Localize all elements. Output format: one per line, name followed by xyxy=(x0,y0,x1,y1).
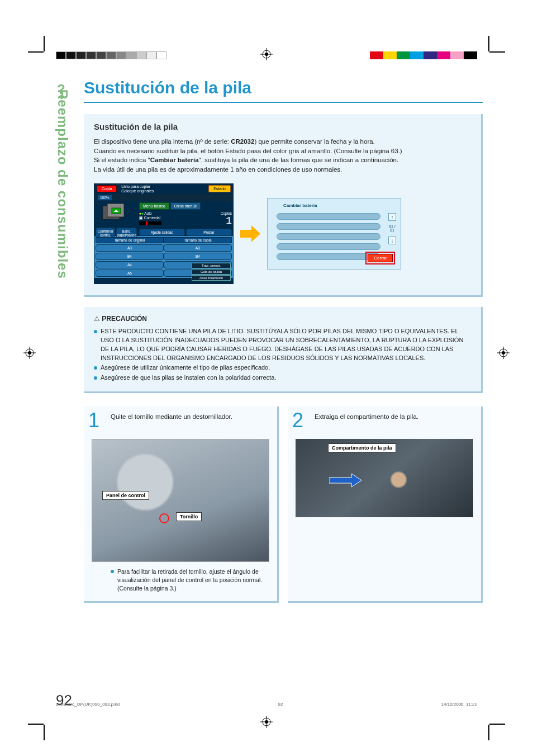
screw-label: Tornillo xyxy=(176,512,202,521)
probar-button: Probar xyxy=(186,229,232,236)
caution-item: Asegúrese de que las pilas se instalen c… xyxy=(94,374,471,382)
step2-photo: Compartimento de la pila xyxy=(296,439,473,517)
intro-paragraph: El dispositivo tiene una pila interna (n… xyxy=(94,137,471,174)
panel-label: Panel de control xyxy=(102,491,149,500)
step1-photo: Panel de control Tornillo xyxy=(92,439,269,562)
zoom-label: 100% xyxy=(97,195,112,201)
aviso-button: Aviso finalización xyxy=(192,275,231,281)
title-underline xyxy=(84,102,483,103)
arrow-down-icon: ↓ xyxy=(388,237,396,244)
cropmark xyxy=(488,36,489,51)
intro-text: ", sustituya la pila de una de las forma… xyxy=(199,157,399,163)
caution-box: PRECAUCIÓN ESTE PRODUCTO CONTIENE UNA PI… xyxy=(84,307,483,394)
ready-label: Listo para copiarColoque originales xyxy=(121,185,208,193)
arrow-right-icon xyxy=(240,225,260,242)
page-counter: 01 / 01 xyxy=(387,224,397,232)
cropmark xyxy=(28,51,44,53)
screenshot-row: Copia Listo para copiarColoque originale… xyxy=(94,183,471,284)
size-button: B4 xyxy=(96,253,164,260)
auto-label: Auto xyxy=(144,211,151,215)
ajuste-button: Ajuste calidad xyxy=(139,229,185,236)
registration-mark-icon xyxy=(260,716,273,728)
extract-arrow-icon xyxy=(329,469,363,492)
size-button: B4 xyxy=(164,253,232,260)
caution-item: ESTE PRODUCTO CONTIENE UNA PILA DE LITIO… xyxy=(94,327,471,363)
intro-text: El dispositivo tiene una pila interna (n… xyxy=(94,138,231,145)
copies-count: 1 xyxy=(221,215,232,226)
intro-box: Sustitución de la pila El dispositivo ti… xyxy=(84,114,483,297)
estado-button: Estado xyxy=(208,185,231,192)
step-2: 2 Extraiga el compartimento de la pila. … xyxy=(288,407,483,603)
list-line xyxy=(277,213,380,220)
step-number: 2 xyxy=(292,409,303,432)
comercial-label: Comercial xyxy=(144,216,160,220)
status-screen: Cambiar batería ↑ 01 / 01 ↓ Cerrar xyxy=(267,198,401,270)
step-note: Para facilitar la retirada del tornillo,… xyxy=(92,568,269,592)
size-button: A4 xyxy=(96,261,164,268)
cropmark xyxy=(44,725,45,740)
arrow-up-icon: ↑ xyxy=(388,213,396,221)
intro-text: La vida útil de una pila es de aproximad… xyxy=(94,166,342,173)
footer-date: 14/12/2006, 11:21 xyxy=(441,702,477,707)
registration-mark-icon xyxy=(23,347,36,359)
cropmark xyxy=(488,725,489,740)
list-line xyxy=(277,233,380,240)
caution-item: Asegúrese de utilizar únicamente el tipo… xyxy=(94,363,471,372)
intro-text: Cuando es necesario sustituir la pila, e… xyxy=(94,148,402,154)
footer-filename: 009Basic_OP(UK)090_093.pmd xyxy=(56,702,120,707)
list-line xyxy=(277,223,380,230)
trab-button: Trab. preest. xyxy=(192,263,231,268)
cropmark xyxy=(489,51,505,53)
status-message: Cambiar batería xyxy=(150,157,199,163)
footer-page: 92 xyxy=(278,702,283,707)
list-line xyxy=(277,253,380,260)
compartment-label: Compartimento de la pila xyxy=(328,443,396,452)
cropmark xyxy=(489,724,505,725)
size-button: A5 xyxy=(96,270,164,277)
sidebar-section-label: Reemplazo de consumibles xyxy=(50,89,70,279)
screw-marker xyxy=(159,513,169,523)
cropmark xyxy=(28,724,44,725)
svg-marker-22 xyxy=(240,225,260,242)
cropmark xyxy=(44,36,45,51)
status-title: Cambiar batería xyxy=(283,203,317,208)
orig-size-header: Tamaño de original xyxy=(96,237,164,243)
tab-other: Otros menús xyxy=(170,202,201,210)
copy-size-header: Tamaño de copia xyxy=(164,237,232,243)
list-line xyxy=(277,243,380,250)
cola-button: Cola de salida xyxy=(192,269,231,275)
svg-marker-23 xyxy=(329,474,361,487)
cerrar-button: Cerrar xyxy=(368,254,393,262)
step-text: Quite el tornillo mediante un destornill… xyxy=(111,412,269,434)
registration-mark-icon xyxy=(497,347,510,359)
copier-screen: Copia Listo para copiarColoque originale… xyxy=(94,183,234,284)
copies-label: Copias xyxy=(221,211,232,215)
step-1: 1 Quite el tornillo mediante un destorni… xyxy=(84,407,279,603)
size-button: A3 xyxy=(164,244,232,252)
size-button: A3 xyxy=(96,244,164,252)
paper-tray-icon xyxy=(99,202,133,225)
serial-number: CR2032 xyxy=(231,138,254,145)
mode-button: Copia xyxy=(97,185,117,192)
step-number: 1 xyxy=(88,409,99,432)
page-title: Sustitución de la pila xyxy=(84,78,483,97)
caution-heading: PRECAUCIÓN xyxy=(94,315,471,323)
section-heading: Sustitución de la pila xyxy=(94,122,471,131)
intro-text: ) que permite conservar la fecha y la ho… xyxy=(254,138,374,145)
intro-text: Si el estado indica " xyxy=(94,157,150,163)
print-footer: 009Basic_OP(UK)090_093.pmd 92 14/12/2006… xyxy=(56,702,477,707)
step-text: Extraiga el compartimento de la pila. xyxy=(315,412,473,434)
tab-basic: Menú básico xyxy=(139,202,169,210)
steps-row: 1 Quite el tornillo mediante un destorni… xyxy=(84,407,483,603)
